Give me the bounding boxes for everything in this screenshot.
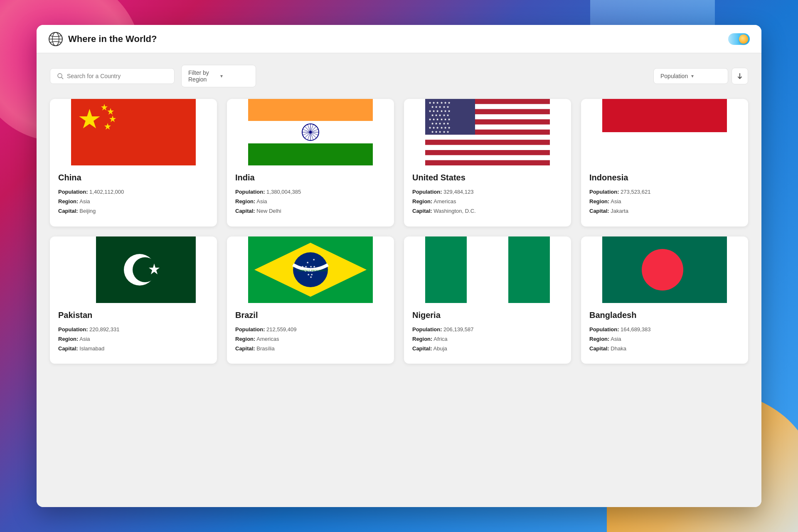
header: Where in the World? xyxy=(37,25,761,53)
detail-pop-india: Population: 1,380,004,385 xyxy=(235,188,386,196)
detail-region-usa: Region: Americas xyxy=(412,198,563,205)
svg-text:★ ★ ★ ★ ★ ★: ★ ★ ★ ★ ★ ★ xyxy=(429,118,451,121)
country-name-china: China xyxy=(58,173,209,182)
svg-line-4 xyxy=(62,77,63,79)
card-info-china: China Population: 1,402,112,000 Region: … xyxy=(50,165,217,227)
card-info-indonesia: Indonesia Population: 273,523,621 Region… xyxy=(581,165,748,227)
globe-icon xyxy=(48,32,63,47)
svg-rect-12 xyxy=(248,99,373,121)
search-icon xyxy=(57,73,64,79)
svg-rect-32 xyxy=(425,135,550,140)
search-box[interactable] xyxy=(50,68,175,84)
svg-text:★ ★ ★ ★ ★ ★: ★ ★ ★ ★ ★ ★ xyxy=(429,101,451,105)
country-name-indonesia: Indonesia xyxy=(589,173,740,182)
countries-grid: China Population: 1,402,112,000 Region: … xyxy=(50,99,748,364)
detail-region-china: Region: Asia xyxy=(58,198,209,205)
country-name-nigeria: Nigeria xyxy=(412,310,563,320)
detail-region-nigeria: Region: Africa xyxy=(412,335,563,343)
detail-pop-nigeria: Population: 206,139,587 xyxy=(412,326,563,333)
country-name-pakistan: Pakistan xyxy=(58,310,209,320)
sort-label: Population xyxy=(660,73,688,79)
svg-rect-37 xyxy=(425,160,550,165)
detail-capital-china: Capital: Beijing xyxy=(58,207,209,215)
country-card-india[interactable]: India Population: 1,380,004,385 Region: … xyxy=(227,99,394,227)
svg-rect-6 xyxy=(71,99,196,165)
sort-section: Population ▾ xyxy=(653,68,748,84)
flag-bangladesh xyxy=(581,236,748,303)
svg-text:★: ★ xyxy=(306,261,309,264)
detail-capital-indonesia: Capital: Jakarta xyxy=(589,207,740,215)
detail-pop-brazil: Population: 212,559,409 xyxy=(235,326,386,333)
svg-text:★ ★ ★ ★ ★: ★ ★ ★ ★ ★ xyxy=(431,113,449,117)
detail-capital-usa: Capital: Washington, D.C. xyxy=(412,207,563,215)
flag-india xyxy=(227,99,394,165)
search-input[interactable] xyxy=(67,73,167,79)
country-card-indonesia[interactable]: Indonesia Population: 273,523,621 Region… xyxy=(581,99,748,227)
sort-direction-button[interactable] xyxy=(732,68,748,84)
detail-region-pakistan: Region: Asia xyxy=(58,335,209,343)
flag-china xyxy=(50,99,217,165)
flag-nigeria xyxy=(404,236,571,303)
country-card-brazil[interactable]: ★ ★ ★ ★ ★ ★ ★ ★ ★ ★ ★ ★ ORDEM E PROGRESS… xyxy=(227,236,394,364)
card-info-pakistan: Pakistan Population: 220,892,331 Region:… xyxy=(50,303,217,364)
svg-text:★ ★ ★ ★ ★ ★: ★ ★ ★ ★ ★ ★ xyxy=(429,109,451,113)
svg-rect-48 xyxy=(602,132,727,165)
country-card-china[interactable]: China Population: 1,402,112,000 Region: … xyxy=(50,99,217,227)
country-card-bangladesh[interactable]: Bangladesh Population: 164,689,383 Regio… xyxy=(581,236,748,364)
svg-rect-33 xyxy=(425,140,550,145)
detail-capital-india: Capital: New Delhi xyxy=(235,207,386,215)
detail-pop-indonesia: Population: 273,523,621 xyxy=(589,188,740,196)
detail-pop-china: Population: 1,402,112,000 xyxy=(58,188,209,196)
svg-point-69 xyxy=(642,249,683,291)
sort-arrow-icon xyxy=(736,73,743,79)
flag-usa: ★ ★ ★ ★ ★ ★ ★ ★ ★ ★ ★ ★ ★ ★ ★ ★ ★ ★ ★ ★ … xyxy=(404,99,571,165)
flag-indonesia xyxy=(581,99,748,165)
detail-region-india: Region: Asia xyxy=(235,198,386,205)
filter-region-dropdown[interactable]: Filter by Region ▾ xyxy=(181,65,256,87)
flag-brazil: ★ ★ ★ ★ ★ ★ ★ ★ ★ ★ ★ ★ ORDEM E PROGRESS… xyxy=(227,236,394,303)
theme-toggle[interactable] xyxy=(728,33,750,45)
country-card-pakistan[interactable]: Pakistan Population: 220,892,331 Region:… xyxy=(50,236,217,364)
detail-capital-nigeria: Capital: Abuja xyxy=(412,345,563,352)
svg-text:★: ★ xyxy=(310,276,312,278)
detail-region-indonesia: Region: Asia xyxy=(589,198,740,205)
svg-rect-49 xyxy=(71,236,96,303)
filter-label: Filter by Region xyxy=(188,69,217,83)
flag-pakistan xyxy=(50,236,217,303)
country-card-nigeria[interactable]: Nigeria Population: 206,139,587 Region: … xyxy=(404,236,571,364)
app-title: Where in the World? xyxy=(68,34,157,44)
detail-capital-pakistan: Capital: Islamabad xyxy=(58,345,209,352)
detail-pop-usa: Population: 329,484,123 xyxy=(412,188,563,196)
svg-rect-36 xyxy=(425,155,550,160)
svg-text:★ ★ ★ ★ ★ ★: ★ ★ ★ ★ ★ ★ xyxy=(429,126,451,130)
filter-chevron-icon: ▾ xyxy=(220,73,249,79)
svg-text:★ ★ ★ ★ ★: ★ ★ ★ ★ ★ xyxy=(431,122,449,126)
app-window: Where in the World? Filter by Region ▾ xyxy=(37,25,761,507)
svg-text:★ ★ ★ ★ ★: ★ ★ ★ ★ ★ xyxy=(431,130,449,134)
country-name-brazil: Brazil xyxy=(235,310,386,320)
country-name-bangladesh: Bangladesh xyxy=(589,310,740,320)
toggle-knob xyxy=(739,34,748,44)
svg-rect-34 xyxy=(425,145,550,150)
country-name-usa: United States xyxy=(412,173,563,182)
sort-dropdown[interactable]: Population ▾ xyxy=(653,68,728,84)
svg-text:★ ★: ★ ★ xyxy=(301,265,307,268)
svg-text:★ ★: ★ ★ xyxy=(310,265,315,268)
svg-rect-14 xyxy=(248,143,373,165)
detail-capital-bangladesh: Capital: Dhaka xyxy=(589,345,740,352)
svg-text:★ ★ ★ ★ ★: ★ ★ ★ ★ ★ xyxy=(431,105,449,109)
country-card-usa[interactable]: ★ ★ ★ ★ ★ ★ ★ ★ ★ ★ ★ ★ ★ ★ ★ ★ ★ ★ ★ ★ … xyxy=(404,99,571,227)
detail-region-bangladesh: Region: Asia xyxy=(589,335,740,343)
card-info-usa: United States Population: 329,484,123 Re… xyxy=(404,165,571,227)
svg-rect-67 xyxy=(508,236,550,303)
svg-rect-35 xyxy=(425,150,550,155)
card-info-nigeria: Nigeria Population: 206,139,587 Region: … xyxy=(404,303,571,364)
card-info-bangladesh: Bangladesh Population: 164,689,383 Regio… xyxy=(581,303,748,364)
svg-rect-66 xyxy=(467,236,508,303)
detail-region-brazil: Region: Americas xyxy=(235,335,386,343)
header-left: Where in the World? xyxy=(48,32,157,47)
detail-pop-pakistan: Population: 220,892,331 xyxy=(58,326,209,333)
svg-rect-47 xyxy=(602,99,727,132)
detail-capital-brazil: Capital: Brasília xyxy=(235,345,386,352)
svg-text:ORDEM E PROGRESSO: ORDEM E PROGRESSO xyxy=(297,269,328,272)
